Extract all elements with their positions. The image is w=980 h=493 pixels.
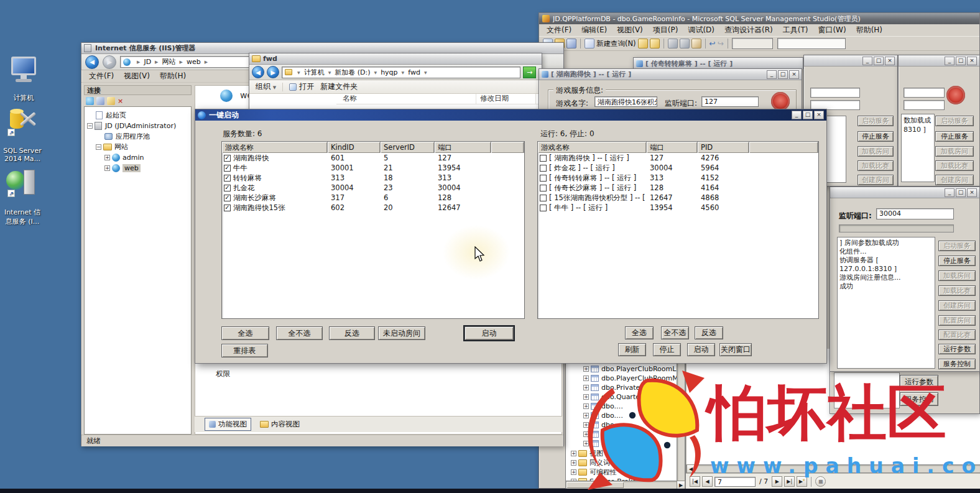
select-none-button[interactable]: 全不选: [661, 326, 689, 339]
redo-icon[interactable]: ↪: [718, 39, 724, 48]
delete-icon[interactable]: ×: [118, 97, 123, 105]
copy-icon[interactable]: [680, 39, 690, 48]
config-room-button[interactable]: 配置房间: [938, 315, 976, 326]
row-checkbox[interactable]: ✓: [224, 195, 231, 201]
row-checkbox[interactable]: [540, 175, 547, 182]
load-match-button[interactable]: 加载比赛: [938, 285, 976, 296]
game-config-row[interactable]: ✓湖南跑得快15张 602 20 12647: [222, 203, 524, 213]
iis-menu-item[interactable]: 帮助(H): [155, 70, 191, 83]
running-game-row[interactable]: [ 牛牛 ] -- [ 运行 ] 13954 4560: [538, 203, 818, 213]
select-all-button[interactable]: 全选: [625, 326, 654, 339]
listen-port-field[interactable]: 30004: [876, 208, 954, 219]
organize-button[interactable]: 组织 ▼: [256, 81, 276, 92]
refresh-icon[interactable]: →: [523, 67, 536, 78]
row-checkbox[interactable]: ✓: [224, 175, 231, 182]
refresh-button[interactable]: 刷新: [618, 343, 646, 356]
stop-service-button[interactable]: 停止服务: [938, 256, 976, 266]
explorer-titlebar[interactable]: fwd: [249, 53, 542, 65]
launcher-titlebar[interactable]: 一键启动 _ □ ×: [195, 109, 826, 121]
minimize-icon[interactable]: _: [945, 188, 955, 197]
select-all-button[interactable]: 全选: [221, 326, 269, 340]
iis-menu-item[interactable]: 文件(F): [84, 70, 119, 83]
paodekuai-titlebar[interactable]: [ 湖南跑得快 ] -- [ 运行 ] _ □ ×: [539, 69, 802, 80]
running-game-row[interactable]: [ 传奇长沙麻将 ] -- [ 运行 ] 128 4164: [538, 183, 818, 193]
back-icon[interactable]: ◀: [85, 55, 99, 69]
game-config-list[interactable]: 游戏名称 KindID ServerID 端口 ✓湖南跑得快 601 5 127…: [221, 141, 525, 319]
cut-icon[interactable]: [668, 39, 678, 48]
ssms-menu-item[interactable]: 帮助(H): [851, 24, 887, 37]
query-icon[interactable]: [650, 39, 660, 48]
undo-icon[interactable]: ↩: [710, 39, 716, 48]
load-match-button[interactable]: 加载比赛: [935, 160, 974, 171]
save-icon[interactable]: [566, 39, 576, 48]
feature-permissions[interactable]: 权限: [216, 369, 230, 379]
collapse-icon[interactable]: −: [87, 123, 93, 129]
game-config-row[interactable]: ✓扎金花 30004 23 30004: [222, 183, 524, 193]
create-room-button[interactable]: 创建房间: [935, 175, 974, 185]
maximize-icon[interactable]: □: [778, 70, 788, 79]
toolbar-combo-1[interactable]: [732, 38, 773, 49]
ssms-menu-item[interactable]: 文件(F): [542, 24, 576, 37]
start-service-button[interactable]: 启动服务: [938, 241, 976, 251]
expand-icon[interactable]: +: [104, 155, 110, 160]
row-checkbox[interactable]: ✓: [224, 185, 231, 191]
export-icon[interactable]: [107, 97, 115, 105]
ssms-menu-item[interactable]: 编辑(E): [576, 24, 612, 37]
forward-icon[interactable]: ▶: [267, 66, 279, 78]
breadcrumb-item[interactable]: web: [187, 58, 201, 66]
game-config-row[interactable]: ✓湖南跑得快 601 5 127: [222, 153, 524, 163]
config-match-button[interactable]: 配置比赛: [938, 329, 976, 340]
breadcrumb-item[interactable]: 计算机: [304, 68, 325, 77]
not-started-rooms-button[interactable]: 未启动房间: [378, 326, 425, 340]
desktop-icon-computer[interactable]: 计算机: [1, 48, 46, 103]
explorer-breadcrumb[interactable]: ▼计算机 ▼新加卷 (D:) ▼hyqp ▼fwd ▼: [282, 67, 520, 78]
minimize-icon[interactable]: _: [792, 111, 802, 119]
load-match-button[interactable]: 加载比赛: [858, 160, 894, 171]
breadcrumb-item[interactable]: 新加卷 (D:): [335, 68, 370, 77]
invert-selection-button[interactable]: 反选: [329, 326, 375, 340]
row-checkbox[interactable]: [540, 185, 547, 191]
panel-a-field-1[interactable]: [904, 88, 945, 98]
column-game-name[interactable]: 游戏名称: [222, 142, 328, 153]
tree-item-server[interactable]: −JD (JD\Administrator): [87, 121, 176, 131]
column-game-name[interactable]: 游戏名称: [538, 142, 647, 153]
tab-content-view[interactable]: 内容视图: [256, 418, 303, 430]
mahjong-titlebar[interactable]: [ 传奇转转麻将 ] -- [ 运行 ]: [634, 58, 803, 69]
row-checkbox[interactable]: ✓: [224, 165, 231, 172]
run-params-button[interactable]: 运行参数: [938, 344, 976, 354]
collapse-icon[interactable]: −: [96, 144, 101, 150]
column-port[interactable]: 端口: [435, 142, 491, 153]
resort-table-button[interactable]: 重排表: [221, 344, 268, 357]
invert-selection-button[interactable]: 反选: [695, 326, 723, 339]
select-none-button[interactable]: 全不选: [276, 326, 323, 340]
running-game-row[interactable]: [ 湖南跑得快 ] -- [ 运行 ] 127 4276: [538, 153, 818, 163]
game-config-row[interactable]: ✓牛牛 30001 21 13954: [222, 163, 524, 173]
close-icon[interactable]: ×: [789, 70, 799, 79]
breadcrumb-item[interactable]: 网站: [162, 57, 176, 67]
panel-b-titlebar[interactable]: _ □ ×: [804, 55, 897, 67]
row-checkbox[interactable]: [540, 205, 547, 211]
panel-a-titlebar[interactable]: _ □ ×: [899, 55, 979, 67]
minimize-icon[interactable]: _: [945, 57, 955, 65]
desktop-icon-sql-server[interactable]: ↗ SQL Server 2014 Ma...: [0, 101, 45, 163]
tree-item-start-page[interactable]: 起始页: [96, 111, 126, 120]
game-config-row[interactable]: ✓湖南长沙麻将 317 6 128: [222, 193, 524, 203]
ssms-menu-item[interactable]: 窗口(W): [813, 24, 851, 37]
running-game-row[interactable]: [ 炸金花 ] -- [ 运行 ] 30004 5964: [538, 163, 818, 173]
column-serverid[interactable]: ServerID: [381, 142, 435, 153]
tree-item-web[interactable]: +web: [104, 164, 141, 173]
row-checkbox[interactable]: ✓: [224, 205, 231, 211]
breadcrumb-item[interactable]: hyqp: [381, 68, 397, 76]
back-icon[interactable]: ◀: [252, 66, 264, 78]
breadcrumb-item[interactable]: fwd: [408, 68, 420, 76]
row-checkbox[interactable]: [540, 195, 547, 201]
open-button[interactable]: 打开: [289, 81, 314, 92]
iis-menu-item[interactable]: 视图(V): [119, 70, 155, 83]
ssms-menu-item[interactable]: 查询设计器(R): [719, 24, 778, 37]
paste-icon[interactable]: [691, 39, 701, 48]
listen-port-field[interactable]: 127: [701, 96, 759, 107]
load-room-button[interactable]: 加载房间: [858, 146, 894, 157]
panel-b-field-1[interactable]: [810, 88, 860, 98]
load-room-button[interactable]: 加载房间: [935, 146, 974, 157]
close-icon[interactable]: ×: [967, 57, 977, 65]
